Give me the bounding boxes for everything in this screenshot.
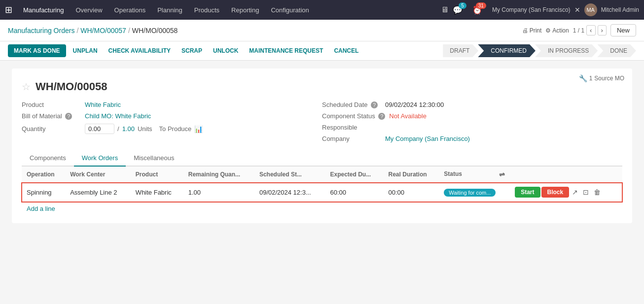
product-value[interactable]: White Fabric (85, 101, 121, 108)
new-button[interactable]: New (610, 24, 636, 36)
col-status: Status ⇌ (439, 167, 510, 183)
breadcrumb-bar: Manufacturing Orders / WH/MO/00057 / WH/… (0, 20, 644, 41)
component-status-help-icon[interactable]: ? (378, 113, 385, 120)
top-navigation: ⊞ Manufacturing Overview Operations Plan… (0, 0, 644, 20)
prev-page-button[interactable]: ‹ (586, 25, 595, 35)
copy-row-button[interactable]: ⊡ (581, 187, 591, 197)
component-status-label: Component Status ? (322, 112, 385, 120)
form-fields: Product White Fabric Bill of Material ? … (22, 101, 622, 142)
maintenance-request-button[interactable]: MAINTENANCE REQUEST (245, 44, 327, 57)
status-draft[interactable]: DRAFT (443, 44, 478, 57)
breadcrumb-sep-1: / (76, 27, 78, 34)
quantity-current-input[interactable] (85, 124, 114, 134)
next-page-button[interactable]: › (598, 25, 607, 35)
work-orders-table: Operation Work Center Product Remaining … (22, 167, 622, 202)
avatar[interactable]: MA (584, 3, 597, 16)
support-icon-area[interactable]: 🖥 (441, 5, 449, 14)
app-grid-icon[interactable]: ⊞ (5, 4, 12, 15)
add-line-link[interactable]: Add a line (22, 202, 60, 215)
quantity-fields: / 1.00 Units To Produce 📊 (85, 124, 203, 134)
quantity-row: Quantity / 1.00 Units To Produce 📊 (22, 124, 322, 134)
tab-components[interactable]: Components (22, 150, 74, 167)
scheduled-date-value: 09/02/2024 12:30:00 (385, 101, 444, 108)
breadcrumb-sep-2: / (128, 27, 130, 34)
table-row: Spinning Assembly Line 2 White Fabric 1.… (22, 183, 622, 202)
bom-help-icon[interactable]: ? (65, 113, 72, 120)
bom-row: Bill of Material ? Child MO: White Fabri… (22, 112, 322, 120)
nav-configuration[interactable]: Configuration (266, 4, 314, 16)
status-confirmed[interactable]: CONFIRMED (478, 44, 536, 57)
record-title-area: ☆ WH/MO/00058 (22, 80, 622, 93)
header-actions: 🖨 Print ⚙ Action 1 / 1 ‹ › New (522, 24, 636, 36)
pagination: 1 / 1 ‹ › (573, 25, 607, 35)
favorite-icon[interactable]: ☆ (22, 81, 31, 93)
quantity-divider: / (117, 125, 119, 133)
unplan-button[interactable]: UNPLAN (69, 44, 102, 57)
alarm-badge: 31 (476, 2, 486, 9)
nav-reporting[interactable]: Reporting (226, 4, 264, 16)
company-name[interactable]: My Company (San Francisco) (492, 6, 571, 13)
bom-value[interactable]: Child MO: White Fabric (85, 112, 151, 120)
chart-icon[interactable]: 📊 (194, 125, 203, 133)
col-real-duration: Real Duration (384, 167, 439, 183)
print-button[interactable]: 🖨 Print (522, 27, 542, 34)
check-availability-button[interactable]: CHECK AVAILABILITY (105, 44, 175, 57)
row-actions: Start Block ↗ ⊡ 🗑 (515, 187, 617, 198)
record-name: WH/MO/00058 (36, 80, 107, 93)
tabs: Components Work Orders Miscellaneous (22, 150, 622, 167)
block-button[interactable]: Block (541, 187, 570, 198)
form-left-col: Product White Fabric Bill of Material ? … (22, 101, 322, 142)
unlock-button[interactable]: UNLOCK (209, 44, 242, 57)
responsible-label: Responsible (322, 124, 381, 131)
status-badge: Waiting for com... (444, 189, 496, 197)
cell-operation: Spinning (22, 183, 65, 202)
responsible-row: Responsible (322, 124, 622, 131)
nav-products[interactable]: Products (189, 4, 224, 16)
cancel-button[interactable]: CANCEL (330, 44, 362, 57)
nav-planning[interactable]: Planning (152, 4, 187, 16)
nav-operations[interactable]: Operations (109, 4, 151, 16)
action-button[interactable]: ⚙ Action (545, 27, 569, 34)
component-status-value: Not Available (389, 112, 427, 120)
cell-remaining-qty: 1.00 (183, 183, 254, 202)
alarm-icon-area[interactable]: ⏰ 31 (472, 5, 482, 15)
scheduled-date-label: Scheduled Date ? (322, 101, 381, 108)
close-company-icon[interactable]: ✕ (574, 6, 580, 14)
quantity-target: 1.00 (122, 125, 135, 133)
product-row: Product White Fabric (22, 101, 322, 108)
record-card: 🔧 1 Source MO ☆ WH/MO/00058 Product Whit… (12, 68, 632, 223)
start-button[interactable]: Start (515, 187, 540, 198)
col-operation: Operation (22, 167, 65, 183)
status-in-progress[interactable]: IN PROGRESS (535, 44, 598, 57)
cell-row-actions: Start Block ↗ ⊡ 🗑 (510, 183, 622, 202)
company-value[interactable]: My Company (San Francisco) (385, 135, 470, 142)
chat-icon-area[interactable]: 💬 5 (453, 5, 463, 15)
status-pipeline: DRAFT CONFIRMED IN PROGRESS DONE (443, 44, 636, 57)
col-product: Product (131, 167, 183, 183)
table-filter-icon[interactable]: ⇌ (499, 170, 505, 178)
scheduled-date-help-icon[interactable]: ? (371, 101, 378, 108)
breadcrumb-mo-57[interactable]: WH/MO/00057 (80, 27, 126, 34)
cell-real-duration: 00:00 (384, 183, 439, 202)
mark-as-done-button[interactable]: MARK AS DONE (8, 44, 66, 57)
col-work-center: Work Center (65, 167, 131, 183)
col-expected-duration: Expected Du... (325, 167, 383, 183)
source-mo-button[interactable]: 🔧 1 Source MO (579, 74, 624, 82)
quantity-label: Quantity (22, 125, 81, 133)
user-name[interactable]: Mitchell Admin (601, 6, 639, 13)
tab-work-orders[interactable]: Work Orders (74, 150, 126, 167)
scrap-button[interactable]: SCRAP (178, 44, 206, 57)
wrench-icon: 🔧 (579, 74, 587, 82)
tab-miscellaneous[interactable]: Miscellaneous (126, 150, 182, 167)
cell-product: White Fabric (131, 183, 183, 202)
scheduled-date-row: Scheduled Date ? 09/02/2024 12:30:00 (322, 101, 622, 108)
status-done[interactable]: DONE (597, 44, 636, 57)
form-right-col: Scheduled Date ? 09/02/2024 12:30:00 Com… (322, 101, 622, 142)
chat-badge: 5 (459, 2, 466, 9)
nav-overview[interactable]: Overview (71, 4, 107, 16)
delete-row-button[interactable]: 🗑 (592, 187, 603, 197)
open-external-button[interactable]: ↗ (570, 187, 580, 197)
breadcrumb: Manufacturing Orders / WH/MO/00057 / WH/… (8, 27, 178, 34)
app-name[interactable]: Manufacturing (18, 4, 69, 16)
breadcrumb-manufacturing-orders[interactable]: Manufacturing Orders (8, 27, 74, 34)
